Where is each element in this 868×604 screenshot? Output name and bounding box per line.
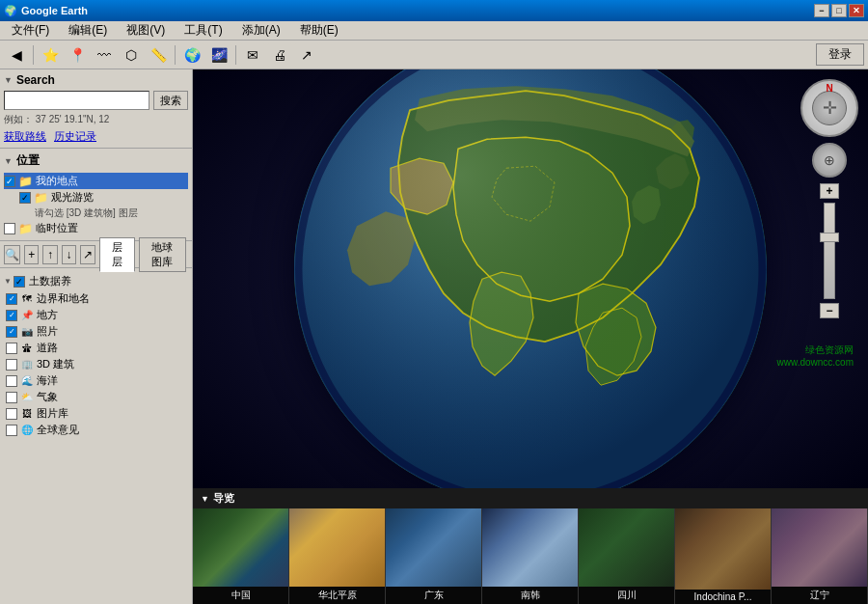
layer-roads-checkbox[interactable] [6,343,17,354]
thumbnail-indochina-img [675,508,771,590]
toolbar-measure-btn[interactable]: 📏 [146,43,171,67]
layer-borders-icon: 🗺 [20,292,34,306]
toolbar-sky-btn[interactable]: 🌌 [206,43,231,67]
zoom-slider-thumb[interactable] [820,233,839,242]
layer-ocean-item[interactable]: 🌊 海洋 [4,372,188,389]
compass-inner[interactable]: ✛ [812,91,847,125]
toolbar-path-btn[interactable]: 〰 [92,43,117,67]
maximize-button[interactable]: □ [831,4,847,17]
layers-data-header[interactable]: ✓ 土数据养 [4,272,188,290]
thumbnails-header: 导览 [193,488,868,508]
layer-weather-checkbox[interactable] [6,392,17,403]
layer-3d-icon: 🏢 [20,358,34,371]
toolbar-email-btn[interactable]: ✉ [240,43,265,67]
search-button[interactable]: 搜索 [153,91,188,110]
thumbnail-huabei[interactable]: 华北平原 [289,508,386,604]
menu-file[interactable]: 文件(F) [4,20,57,41]
globe-svg [294,69,767,488]
toolbar-placemark-btn[interactable]: 📍 [65,43,90,67]
temp-label: 临时位置 [36,221,78,235]
thumbnail-sichuan[interactable]: 四川 [579,508,675,604]
thumbnail-korea[interactable]: 南韩 [482,508,579,604]
locations-section: 位置 ✓ 📁 我的地点 ✓ 📁 观光游览 请勾选 [3D 建筑物] 图层 📁 临… [0,149,192,241]
layer-borders-checkbox[interactable]: ✓ [6,293,17,305]
zoom-out-button[interactable]: − [820,303,839,318]
menu-help[interactable]: 帮助(E) [292,20,346,41]
layers-search-btn[interactable]: 🔍 [4,245,20,264]
layer-3d-label: 3D 建筑 [37,357,74,371]
main-layout: Search 搜索 例如： 37 25' 19.1"N, 12 获取路线 历史记… [0,69,868,604]
toolbar-polygon-btn[interactable]: ⬡ [119,43,144,67]
layers-down-btn[interactable]: ↓ [62,245,76,264]
layers-section: ✓ 土数据养 ✓ 🗺 边界和地名 ✓ 📌 地方 ✓ 📷 照片 🛣 [0,268,192,604]
toolbar-star-btn[interactable]: ⭐ [38,43,63,67]
layer-global-checkbox[interactable] [6,425,17,436]
compass[interactable]: ✛ [800,79,858,137]
zoom-slider-track[interactable] [824,203,835,299]
thumbnail-guangdong[interactable]: 广东 [386,508,482,604]
thumbnail-china[interactable]: 中国 [193,508,289,604]
layers-add-btn[interactable]: + [24,245,39,264]
layers-up-btn[interactable]: ↑ [42,245,57,264]
thumbnail-sichuan-img [579,508,674,587]
menu-edit[interactable]: 编辑(E) [61,20,115,41]
layer-roads-item[interactable]: 🛣 道路 [4,340,188,356]
sightseeing-label: 观光游览 [51,190,94,205]
zoom-in-button[interactable]: + [820,183,839,199]
login-button[interactable]: 登录 [816,43,864,66]
layer-gallery-icon: 🖼 [20,407,34,421]
toolbar-print-btn[interactable]: 🖨 [267,43,292,67]
layer-gallery-item[interactable]: 🖼 图片库 [4,405,188,422]
thumbnail-indochina[interactable]: Indochina P... [675,508,772,604]
layer-local-checkbox[interactable]: ✓ [6,310,17,321]
data-section-checkbox[interactable]: ✓ [14,276,25,288]
my-places-checkbox[interactable]: ✓ [4,176,15,187]
temp-checkbox[interactable] [4,223,15,234]
layer-3d-item[interactable]: 🏢 3D 建筑 [4,356,188,372]
layer-borders-item[interactable]: ✓ 🗺 边界和地名 [4,290,188,307]
layer-local-item[interactable]: ✓ 📌 地方 [4,307,188,323]
close-button[interactable]: ✕ [849,4,864,17]
search-input[interactable] [4,91,149,110]
layer-photos-checkbox[interactable]: ✓ [6,326,17,338]
layer-global-label: 全球意见 [37,423,79,437]
my-places-item[interactable]: ✓ 📁 我的地点 [4,173,188,189]
layers-export-btn[interactable]: ↗ [80,245,95,264]
layer-photos-item[interactable]: ✓ 📷 照片 [4,323,188,340]
layer-gallery-label: 图片库 [37,406,68,421]
nav-controls: ✛ ⊕ + − [800,79,858,318]
history-link[interactable]: 历史记录 [54,129,96,144]
layer-weather-item[interactable]: ⛅ 气象 [4,389,188,405]
get-directions-link[interactable]: 获取路线 [4,129,46,144]
layer-ocean-checkbox[interactable] [6,375,17,387]
toolbar-back-btn[interactable]: ◀ [4,43,29,67]
earth-gallery-tab[interactable]: 地球图库 [139,237,186,272]
layer-global-item[interactable]: 🌐 全球意见 [4,422,188,438]
layer-local-label: 地方 [37,308,58,322]
locations-header: 位置 [4,152,188,169]
layer-gallery-checkbox[interactable] [6,408,17,420]
compass-arrows: ✛ [823,99,837,117]
tilt-control[interactable]: ⊕ [812,143,847,178]
menu-add[interactable]: 添加(A) [234,20,288,41]
layers-tab[interactable]: 层层 [99,237,135,272]
watermark-line2: www.downcc.com [777,357,854,368]
sightseeing-checkbox[interactable]: ✓ [19,192,31,204]
temp-folder-icon: 📁 [18,222,33,235]
toolbar-share-btn[interactable]: ↗ [294,43,319,67]
menu-tools[interactable]: 工具(T) [176,20,230,41]
search-header: Search [4,73,188,87]
minimize-button[interactable]: − [814,4,829,17]
thumbnail-huabei-img [289,508,385,587]
titlebar-left: 🌍 Google Earth [4,5,88,17]
my-places-folder-icon: 📁 [18,175,33,188]
menu-view[interactable]: 视图(V) [119,20,173,41]
thumbnail-sichuan-label: 四川 [579,587,674,604]
temp-location-item[interactable]: 📁 临时位置 [4,220,188,236]
thumbnail-liaoning[interactable]: 辽宁 [772,508,868,604]
globe-area[interactable]: ✛ ⊕ + − 绿色资源网 www.downcc.com [193,69,868,488]
toolbar-earth-btn[interactable]: 🌍 [179,43,204,67]
sightseeing-item[interactable]: ✓ 📁 观光游览 [4,189,188,206]
layer-3d-checkbox[interactable] [6,359,17,371]
layer-ocean-label: 海洋 [37,373,58,388]
